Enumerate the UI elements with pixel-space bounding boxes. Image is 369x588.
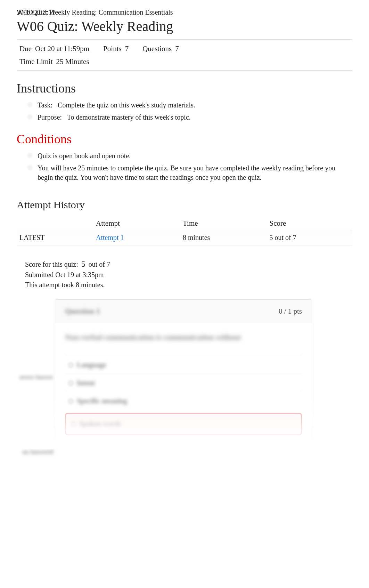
cell-score: 5 out of 7 [266,230,352,245]
cell-status: LATEST [17,230,93,245]
questions-label: Questions [142,45,172,53]
answer-option[interactable]: Intent [65,374,302,392]
answer-text: Spoken words [79,420,121,428]
answer-option-selected-wrong[interactable]: Spoken words [65,413,302,435]
divider [17,70,352,71]
score-summary: Score for this quiz: 5 out of 7 Submitte… [17,259,352,289]
time-limit-value: 25 Minutes [56,57,89,66]
points-label: Points [103,45,122,53]
time-limit-label: Time Limit [19,57,53,66]
radio-icon [68,363,73,368]
you-answered-label: ou Answered [13,449,53,455]
points-value: 7 [125,45,129,53]
conditions-heading: Conditions [17,132,352,146]
submitted-line: Submitted Oct 19 at 3:35pm [25,271,352,279]
col-blank [17,216,93,230]
bullet-icon [27,153,33,158]
correct-answer-label: orrect Answer [13,374,53,380]
bullet-icon [27,165,33,170]
col-time: Time [180,216,266,230]
answer-text: Language [77,361,106,369]
conditions-list: Quiz is open book and open note. You wil… [17,151,352,182]
item-text: Quiz is open book and open note. [38,151,352,161]
duration-line: This attempt took 8 minutes. [25,281,352,289]
attempt-history-table: Attempt Time Score LATEST Attempt 1 8 mi… [17,216,352,245]
print-timestamp: 30/10/21 3:11 [17,8,55,16]
question-card: Question 1 0 / 1 pts Non-verbal communic… [55,299,312,445]
item-text: You will have 25 minutes to complete the… [38,163,352,182]
question-text: Non-verbal communication is communicatio… [65,333,302,342]
attempt-link[interactable]: Attempt 1 [96,234,124,241]
item-text: To demonstrate mastery of this week's to… [67,113,191,121]
questions-value: 7 [175,45,179,53]
due-label: Due [19,45,32,53]
score-prefix: Score for this quiz: [25,260,78,268]
instructions-list: Task: Complete the quiz on this week's s… [17,100,352,122]
answer-option[interactable]: Specific meaning [65,392,302,410]
list-item: You will have 25 minutes to complete the… [27,163,352,182]
score-value: 5 [81,259,85,269]
answer-text: Intent [77,379,95,387]
page-title: W06 Quiz: Weekly Reading [17,18,352,34]
print-doc-title: W06 Quiz: Weekly Reading: Communication … [17,8,352,16]
answer-option[interactable]: Language [65,356,302,374]
bullet-icon [27,114,33,120]
list-item: Purpose: To demonstrate mastery of this … [27,113,352,122]
col-score: Score [266,216,352,230]
col-attempt: Attempt [93,216,180,230]
item-text: Complete the quiz on this week's study m… [58,101,195,109]
radio-icon [68,399,73,404]
due-value: Oct 20 at 11:59pm [35,45,89,53]
list-item: Quiz is open book and open note. [27,151,352,161]
question-area: orrect Answer ou Answered Question 1 0 /… [17,299,352,445]
item-prefix: Purpose: [38,113,62,121]
answer-text: Specific meaning [77,397,127,405]
table-row: LATEST Attempt 1 8 minutes 5 out of 7 [17,230,352,245]
instructions-heading: Instructions [17,81,352,96]
radio-icon [71,422,76,427]
question-points: 0 / 1 pts [279,307,302,316]
cell-time: 8 minutes [180,230,266,245]
question-title: Question 1 [65,307,100,316]
score-suffix: out of 7 [89,260,110,268]
list-item: Task: Complete the quiz on this week's s… [27,100,352,110]
attempt-history-heading: Attempt History [17,199,352,211]
bullet-icon [27,102,33,107]
quiz-meta: Due Oct 20 at 11:59pm Points 7 Questions… [17,40,352,57]
item-prefix: Task: [38,101,52,109]
radio-icon [68,381,73,386]
